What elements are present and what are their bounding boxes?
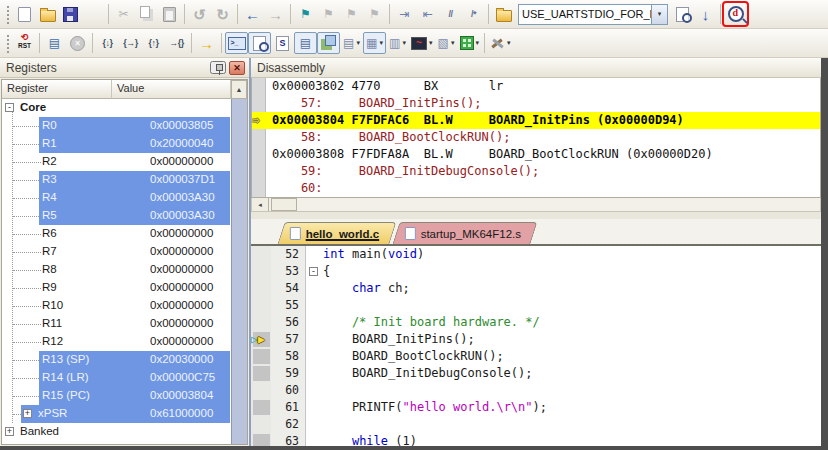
save-button[interactable] [59, 3, 82, 25]
document-icon [404, 227, 415, 240]
register-row-R10[interactable]: R100x00000000 [2, 297, 247, 315]
chevron-down-icon[interactable]: ▾ [651, 5, 667, 24]
goto-next-bookmark-button[interactable]: ⚑ [317, 3, 340, 25]
analysis-window-button[interactable]: ~▾ [409, 32, 435, 54]
register-row-R13-SP[interactable]: R13 (SP)0x20030000 [2, 351, 247, 369]
register-row-R5[interactable]: R50x00003A30 [2, 207, 247, 225]
download-flash-button[interactable]: ↓ [694, 3, 717, 25]
navigate-back-button[interactable]: ← [241, 3, 264, 25]
register-row-R8[interactable]: R80x00000000 [2, 261, 247, 279]
system-viewer-button[interactable]: ▾ [458, 32, 482, 54]
register-row-R2[interactable]: R20x00000000 [2, 153, 247, 171]
outdent-icon: ⇤ [422, 8, 432, 20]
watch-window-button[interactable]: ▤▾ [340, 32, 363, 54]
target-select[interactable]: USE_UARTSTDIO_FOR_EF▾ [518, 4, 668, 25]
disassembly-window-icon [253, 36, 266, 51]
splitter[interactable] [251, 212, 821, 219]
stop-icon: ✕ [70, 36, 85, 51]
scroll-up-icon[interactable]: ▲ [231, 80, 247, 99]
code-text: int main(void) [323, 246, 424, 263]
copy-button[interactable] [135, 3, 158, 25]
stop-button[interactable]: ✕ [66, 32, 89, 54]
register-row-R12[interactable]: R120x00000000 [2, 333, 247, 351]
uncomment-selection-button[interactable]: /* [462, 3, 485, 25]
cut-button[interactable]: ✂ [112, 3, 135, 25]
step-out-button[interactable]: {↑} [142, 32, 165, 54]
command-window-button[interactable]: >_ [225, 32, 248, 54]
expand-icon[interactable]: + [23, 409, 32, 418]
code-editor[interactable]: 52int main(void)53-{54 char ch;5556 /* I… [251, 246, 821, 446]
register-row-R3[interactable]: R30x000037D1 [2, 171, 247, 189]
expand-icon[interactable]: + [5, 427, 14, 436]
symbol-window-button[interactable]: S [271, 32, 294, 54]
navigate-back-icon: ← [245, 7, 260, 22]
scroll-left-icon[interactable]: ◂ [252, 198, 269, 211]
register-row-R15-PC[interactable]: R15 (PC)0x00003804 [2, 387, 247, 405]
debug-settings-button[interactable]: ▾ [488, 32, 513, 54]
registers-window-button[interactable]: ▤ [294, 32, 317, 54]
register-row-Banked[interactable]: +Banked [2, 423, 247, 441]
register-row-R11[interactable]: R110x00000000 [2, 315, 247, 333]
code-line-62: 62 [251, 416, 821, 433]
code-text: BOARD_InitDebugConsole(); [323, 365, 533, 382]
analysis-window-icon: ~ [411, 37, 427, 50]
register-row-Core[interactable]: -Core [2, 99, 247, 117]
pin-icon[interactable] [210, 61, 226, 74]
find-in-files-button[interactable] [671, 3, 694, 25]
code-line-58: 58 BOARD_BootClockRUN(); [251, 348, 821, 365]
column-header-value[interactable]: Value [112, 80, 231, 99]
collapse-icon[interactable]: - [5, 103, 14, 112]
navigate-forward-button[interactable]: → [264, 3, 287, 25]
registers-vertical-scrollbar[interactable] [231, 99, 247, 444]
goto-prev-bookmark-button[interactable]: ⚑ [340, 3, 363, 25]
fold-collapse-icon[interactable]: - [309, 267, 318, 276]
register-row-R7[interactable]: R70x00000000 [2, 243, 247, 261]
register-row-R14-LR[interactable]: R14 (LR)0x00000C75 [2, 369, 247, 387]
register-row-R0[interactable]: R00x00003805 [2, 117, 247, 135]
step-into-button[interactable]: {↓} [96, 32, 119, 54]
register-row-R1[interactable]: R10x20000040 [2, 135, 247, 153]
trace-window-button[interactable]: ▧▾ [435, 32, 458, 54]
separator [237, 4, 238, 24]
register-row-xPSR[interactable]: +xPSR0x61000000 [2, 405, 247, 423]
indent-button[interactable]: ⇥ [393, 3, 416, 25]
paste-button[interactable] [158, 3, 181, 25]
disassembly-window-button[interactable] [248, 32, 271, 54]
run-button[interactable]: ▤ [43, 32, 66, 54]
tab-hello_world.c[interactable]: hello_world.c [277, 222, 396, 244]
register-row-System[interactable]: +System [2, 441, 247, 445]
new-file-button[interactable] [13, 3, 36, 25]
undo-button[interactable]: ↺ [188, 3, 211, 25]
register-row-R9[interactable]: R90x00000000 [2, 279, 247, 297]
line-number: 54 [271, 280, 299, 297]
call-stack-window-button[interactable] [317, 32, 340, 54]
column-header-register[interactable]: Register [2, 80, 112, 99]
code-line-53: 53-{ [251, 263, 821, 280]
open-file-button[interactable] [36, 3, 59, 25]
close-icon[interactable]: ✕ [229, 61, 245, 75]
start-stop-debug-button[interactable] [724, 3, 747, 25]
disassembly-horizontal-scrollbar[interactable]: ◂ [251, 198, 821, 212]
disasm-line-4: 58: BOARD_BootClockRUN(); [252, 129, 820, 146]
step-over-button[interactable]: {→} [119, 32, 142, 54]
save-all-button[interactable] [82, 3, 105, 25]
outdent-button[interactable]: ⇤ [416, 3, 439, 25]
disasm-line-6: 59: BOARD_InitDebugConsole(); [252, 163, 820, 180]
find-in-files-icon [676, 7, 689, 22]
memory-window-button[interactable]: ▦▾ [363, 32, 386, 54]
register-name: R14 (LR) [42, 371, 89, 383]
clear-bookmarks-button[interactable]: ⚑ [363, 3, 386, 25]
comment-selection-button[interactable]: // [439, 3, 462, 25]
toggle-bookmark-button[interactable]: ⚑ [294, 3, 317, 25]
run-to-cursor-button[interactable]: →{} [165, 32, 188, 54]
chevron-down-icon: ▾ [356, 39, 360, 47]
reset-cpu-button[interactable]: RST [13, 32, 36, 54]
redo-button[interactable]: ↻ [211, 3, 234, 25]
serial-window-button[interactable]: ▥▾ [386, 32, 409, 54]
register-row-R4[interactable]: R40x00003A30 [2, 189, 247, 207]
show-next-statement-button[interactable]: → [195, 32, 218, 54]
scrollbar-thumb[interactable] [271, 198, 297, 211]
load-application-button[interactable] [492, 3, 515, 25]
tab-startup_MK64F12.s[interactable]: startup_MK64F12.s [392, 222, 538, 244]
register-row-R6[interactable]: R60x00000000 [2, 225, 247, 243]
